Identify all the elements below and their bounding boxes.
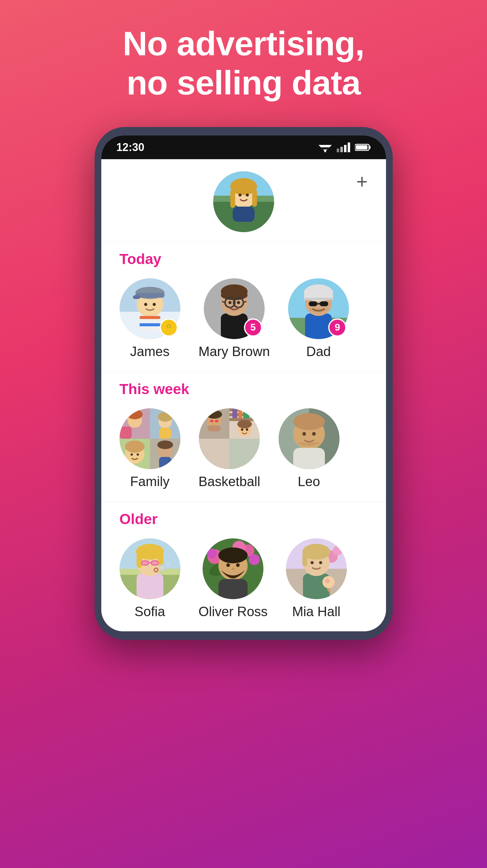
svg-point-100 — [293, 413, 325, 430]
phone-outer: 12:30 — [95, 127, 393, 640]
leo-avatar-container — [279, 408, 340, 469]
svg-rect-93 — [199, 439, 229, 469]
battery-icon — [355, 143, 371, 152]
svg-rect-26 — [133, 295, 140, 299]
headline-line2: no selling data — [122, 63, 364, 103]
svg-rect-53 — [304, 298, 333, 300]
basketball-avatar-container — [199, 408, 260, 469]
mia-avatar-container — [286, 538, 347, 599]
today-title: Today — [119, 251, 368, 267]
svg-point-128 — [226, 563, 230, 567]
svg-point-130 — [232, 567, 234, 570]
contact-mia[interactable]: Mia Hall — [286, 538, 347, 619]
svg-point-45 — [228, 301, 231, 304]
basketball-name: Basketball — [199, 474, 260, 489]
svg-point-39 — [221, 290, 248, 300]
svg-point-127 — [219, 548, 248, 563]
svg-point-145 — [325, 579, 330, 583]
svg-rect-131 — [219, 579, 248, 599]
svg-point-117 — [164, 560, 172, 568]
james-name: James — [130, 344, 170, 359]
oliver-avatar-container — [203, 538, 263, 599]
my-avatar — [213, 172, 274, 232]
svg-rect-112 — [141, 561, 149, 565]
svg-point-120 — [207, 549, 217, 558]
svg-point-31 — [153, 303, 156, 306]
my-avatar-container[interactable] — [213, 172, 274, 232]
svg-point-63 — [158, 412, 172, 422]
svg-point-68 — [131, 453, 133, 456]
svg-rect-34 — [168, 328, 170, 331]
leo-avatar — [279, 408, 340, 469]
contact-mary[interactable]: 5 Mary Brown — [199, 278, 270, 359]
svg-rect-113 — [151, 561, 159, 565]
svg-point-90 — [241, 428, 244, 431]
svg-rect-60 — [119, 427, 132, 439]
svg-rect-64 — [159, 428, 171, 439]
svg-rect-85 — [238, 408, 242, 418]
contact-leo[interactable]: Leo — [279, 408, 340, 489]
svg-rect-17 — [252, 190, 257, 207]
svg-point-33 — [167, 325, 170, 328]
svg-rect-84 — [232, 408, 237, 418]
svg-rect-4 — [337, 149, 339, 152]
svg-point-102 — [303, 432, 306, 436]
signal-icon — [337, 143, 350, 152]
status-icons — [318, 143, 371, 152]
contact-basketball[interactable]: Basketball — [199, 408, 260, 489]
older-title: Older — [119, 511, 368, 527]
svg-rect-77 — [210, 420, 213, 422]
oliver-avatar — [203, 538, 263, 599]
svg-rect-29 — [140, 323, 160, 326]
svg-rect-6 — [344, 145, 346, 152]
dad-avatar-container: 9 — [288, 278, 349, 339]
svg-rect-28 — [140, 316, 160, 319]
svg-point-20 — [246, 193, 249, 196]
svg-point-46 — [237, 301, 240, 304]
svg-point-59 — [127, 409, 143, 419]
svg-rect-49 — [305, 313, 332, 339]
dad-badge: 9 — [328, 318, 346, 337]
headline: No advertising, no selling data — [122, 24, 364, 103]
family-avatar-container — [119, 408, 180, 469]
svg-rect-86 — [244, 408, 250, 418]
svg-point-69 — [137, 453, 139, 456]
svg-rect-10 — [356, 145, 368, 150]
svg-rect-5 — [340, 147, 343, 152]
james-avatar-container — [119, 278, 180, 339]
svg-rect-79 — [207, 425, 221, 431]
svg-point-76 — [206, 410, 222, 418]
svg-rect-7 — [348, 143, 350, 152]
headline-line1: No advertising, — [122, 24, 364, 63]
contact-james[interactable]: James — [119, 278, 180, 359]
wifi-icon — [318, 143, 332, 152]
sofia-name: Sofia — [135, 604, 165, 619]
phone-mockup: 12:30 — [95, 127, 393, 640]
basketball-group-avatar — [199, 408, 260, 469]
sofia-avatar-container — [119, 538, 180, 599]
svg-point-67 — [125, 440, 144, 453]
older-section: Older — [101, 502, 386, 631]
svg-rect-101 — [293, 448, 325, 469]
status-bar: 12:30 — [101, 135, 386, 159]
sofia-avatar — [119, 538, 180, 599]
svg-point-103 — [312, 432, 316, 436]
phone-screen: 12:30 — [101, 135, 386, 631]
contact-sofia[interactable]: Sofia — [119, 538, 180, 619]
mary-badge: 5 — [244, 318, 262, 337]
older-contacts-row: Sofia — [119, 538, 368, 619]
add-icon[interactable]: + — [356, 172, 368, 191]
svg-rect-73 — [159, 457, 171, 469]
svg-rect-94 — [229, 439, 260, 469]
leo-name: Leo — [298, 474, 320, 489]
time-display: 12:30 — [116, 141, 144, 154]
svg-point-129 — [236, 563, 240, 567]
svg-rect-55 — [320, 301, 328, 306]
svg-point-19 — [238, 193, 241, 196]
contact-oliver[interactable]: Oliver Ross — [199, 538, 268, 619]
this-week-section: This week — [101, 372, 386, 502]
contact-dad[interactable]: 9 Dad — [288, 278, 349, 359]
svg-point-142 — [319, 561, 322, 564]
add-button-container[interactable]: + — [356, 172, 368, 191]
contact-family[interactable]: Family — [119, 408, 180, 489]
